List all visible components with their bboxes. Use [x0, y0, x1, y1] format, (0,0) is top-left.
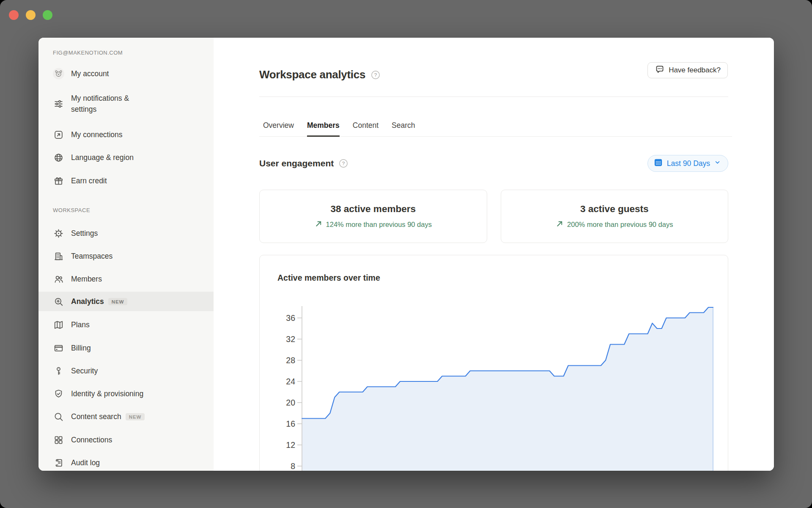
sidebar-item-my-connections[interactable]: My connections [38, 125, 214, 144]
date-range-dropdown[interactable]: Last 90 Days [647, 155, 728, 172]
screen-backdrop: FIG@MAKENOTION.COM My accountMy notifica… [0, 0, 812, 508]
svg-text:?: ? [342, 161, 345, 166]
sidebar-item-label: Analytics [71, 296, 104, 307]
sidebar-item-settings[interactable]: Settings [38, 224, 214, 243]
sidebar-item-content-search[interactable]: Content searchNEW [38, 407, 214, 426]
analytics-tabs: OverviewMembersContentSearch [259, 121, 732, 137]
help-icon[interactable]: ? [371, 70, 380, 80]
sidebar-item-plans[interactable]: Plans [38, 315, 214, 334]
sidebar-item-label: Language & region [71, 152, 134, 163]
section-title: User engagement [259, 158, 334, 168]
building-icon [53, 251, 64, 262]
tab-label: Overview [263, 121, 294, 130]
svg-text:?: ? [374, 72, 377, 77]
sidebar-item-label: Connections [71, 434, 112, 445]
sidebar-item-my-notifications-settings[interactable]: My notifications & settings [38, 89, 214, 118]
sidebar-item-teamspaces[interactable]: Teamspaces [38, 246, 214, 266]
minimize-button[interactable] [26, 10, 36, 20]
gear-icon [53, 228, 64, 239]
stat-delta: 124% more than previous 90 days [315, 220, 432, 229]
credit-card-icon [53, 342, 64, 354]
header-divider [259, 97, 728, 97]
key-icon [53, 365, 64, 377]
tab-members[interactable]: Members [307, 121, 340, 136]
window-controls [9, 10, 52, 20]
globe-icon [53, 152, 64, 163]
y-tick-label: 32 [286, 334, 295, 344]
sidebar-item-label: Earn credit [71, 175, 107, 186]
have-feedback-label: Have feedback? [669, 66, 721, 75]
sidebar-item-label: Identity & provisioning [71, 388, 143, 399]
zoom-button[interactable] [43, 10, 52, 20]
tab-overview[interactable]: Overview [263, 121, 294, 136]
gift-icon [53, 175, 64, 187]
workspace-section-header: WORKSPACE [53, 207, 90, 213]
sidebar-item-connections[interactable]: Connections [38, 430, 214, 450]
y-tick-label: 8 [291, 461, 295, 471]
sidebar-item-label: Security [71, 365, 98, 376]
people-icon [53, 273, 64, 285]
y-tick-label: 36 [286, 313, 295, 323]
sidebar-item-audit-log[interactable]: Audit log [38, 453, 214, 471]
sidebar-item-label: Teamspaces [71, 251, 112, 262]
settings-main-panel: Workspace analytics ? Have feedback? Ove… [214, 38, 774, 471]
sidebar-item-label: Members [71, 273, 102, 284]
page-title: Workspace analytics [259, 68, 365, 81]
sliders-icon [53, 98, 64, 110]
y-tick-label: 12 [286, 440, 295, 450]
sidebar-item-earn-credit[interactable]: Earn credit [38, 171, 214, 190]
chart-title: Active members over time [277, 273, 380, 283]
y-tick-label: 16 [286, 419, 295, 428]
sidebar-item-analytics[interactable]: AnalyticsNEW [38, 292, 214, 311]
have-feedback-button[interactable]: Have feedback? [647, 62, 728, 78]
sidebar-item-security[interactable]: Security [38, 361, 214, 381]
arrow-up-right-square-icon [53, 129, 64, 141]
settings-sidebar: FIG@MAKENOTION.COM My accountMy notifica… [38, 38, 214, 471]
user-engagement-row: User engagement ? Last 90 Days [259, 155, 728, 172]
settings-window: FIG@MAKENOTION.COM My accountMy notifica… [38, 38, 774, 471]
stat-card: 3 active guests200% more than previous 9… [501, 190, 729, 243]
scroll-icon [53, 457, 64, 469]
help-icon[interactable]: ? [339, 159, 348, 168]
sidebar-item-label: My account [71, 68, 109, 79]
tab-label: Search [392, 121, 415, 130]
chart-area-fill [302, 307, 713, 471]
sidebar-item-identity-provisioning[interactable]: Identity & provisioning [38, 384, 214, 403]
active-members-area-chart: 363228242016128 [260, 297, 729, 471]
stats-row: 38 active members124% more than previous… [259, 190, 728, 243]
stat-value: 38 active members [331, 204, 416, 215]
sidebar-item-my-account[interactable]: My account [38, 64, 214, 83]
shield-check-icon [53, 388, 64, 400]
sidebar-item-label: My connections [71, 129, 123, 140]
y-tick-label: 28 [286, 356, 295, 365]
chat-bubble-icon [655, 64, 665, 77]
stat-value: 3 active guests [580, 204, 648, 215]
new-badge: NEW [126, 413, 145, 420]
stat-delta-label: 124% more than previous 90 days [326, 221, 432, 229]
y-tick-label: 20 [286, 398, 295, 407]
y-tick-label: 24 [286, 377, 295, 386]
stat-card: 38 active members124% more than previous… [259, 190, 487, 243]
account-email-header: FIG@MAKENOTION.COM [53, 50, 123, 56]
sidebar-item-billing[interactable]: Billing [38, 338, 214, 358]
date-range-label: Last 90 Days [667, 159, 710, 168]
tab-search[interactable]: Search [392, 121, 415, 136]
tab-label: Content [353, 121, 379, 130]
avatar [53, 68, 64, 80]
active-members-chart-card: Active members over time 363228242016128 [259, 255, 728, 471]
sidebar-item-label: Content search [71, 411, 121, 422]
active-tab-underline [307, 135, 340, 137]
new-badge: NEW [108, 298, 128, 305]
sidebar-item-members[interactable]: Members [38, 269, 214, 289]
magnifier-icon [53, 411, 64, 422]
sidebar-item-language-region[interactable]: Language & region [38, 148, 214, 167]
sidebar-item-label: Settings [71, 228, 98, 239]
magnifier-plus-icon [53, 296, 64, 307]
trend-up-icon [556, 220, 564, 229]
close-button[interactable] [9, 10, 19, 20]
sidebar-item-label: Plans [71, 319, 90, 330]
trend-up-icon [315, 220, 323, 229]
tab-content[interactable]: Content [353, 121, 379, 136]
grid-icon [53, 434, 64, 446]
chevron-down-icon [714, 159, 721, 168]
